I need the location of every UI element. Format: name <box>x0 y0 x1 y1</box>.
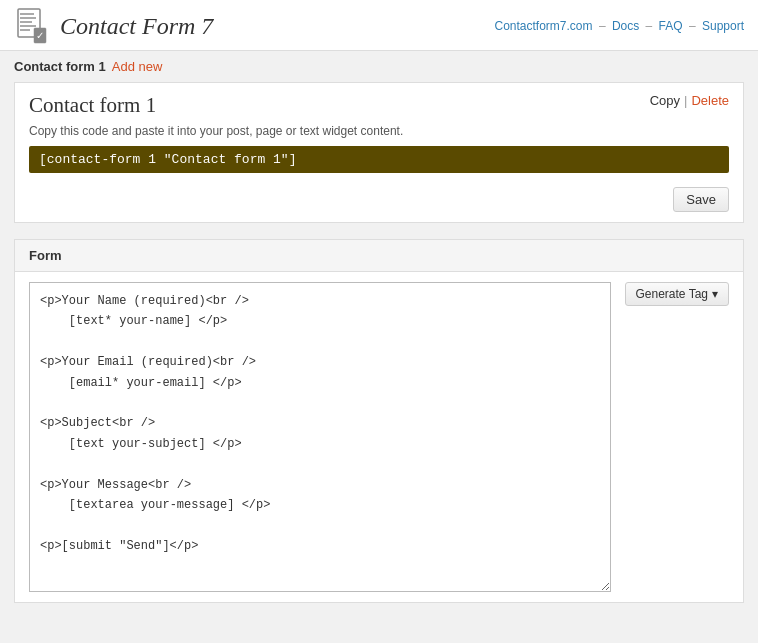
link-sep-2: – <box>646 19 656 33</box>
form-card-actions: Copy | Delete <box>650 93 729 108</box>
breadcrumb: Contact form 1 Add new <box>0 51 758 82</box>
shortcode-bar[interactable]: [contact-form 1 "Contact form 1"] <box>29 146 729 173</box>
form-title: Contact form 1 <box>29 93 156 118</box>
main-content: Contact form 1 Copy | Delete Copy this c… <box>0 82 758 623</box>
delete-link[interactable]: Delete <box>691 93 729 108</box>
header-left: ✓ Contact Form 7 <box>14 8 213 44</box>
action-separator: | <box>684 93 687 108</box>
faq-link[interactable]: FAQ <box>659 19 683 33</box>
docs-link[interactable]: Docs <box>612 19 639 33</box>
form-card-description: Copy this code and paste it into your po… <box>15 124 743 146</box>
breadcrumb-addnew[interactable]: Add new <box>112 59 163 74</box>
svg-rect-3 <box>20 21 32 23</box>
copy-link[interactable]: Copy <box>650 93 680 108</box>
form-card-header: Contact form 1 Copy | Delete <box>15 83 743 124</box>
svg-text:✓: ✓ <box>36 30 44 41</box>
header-links: Contactform7.com – Docs – FAQ – Support <box>494 19 744 33</box>
generate-tag-wrapper: Generate Tag ▾ <box>625 282 730 306</box>
form-section: Form Generate Tag ▾ <box>14 239 744 603</box>
form-section-label: Form <box>15 240 743 272</box>
dropdown-arrow-icon: ▾ <box>712 287 718 301</box>
svg-rect-1 <box>20 13 34 15</box>
form-card: Contact form 1 Copy | Delete Copy this c… <box>14 82 744 223</box>
svg-rect-2 <box>20 17 36 19</box>
form-textarea[interactable] <box>29 282 611 592</box>
header: ✓ Contact Form 7 Contactform7.com – Docs… <box>0 0 758 51</box>
generate-tag-button[interactable]: Generate Tag ▾ <box>625 282 730 306</box>
plugin-title: Contact Form 7 <box>60 13 213 40</box>
save-row: Save <box>15 181 743 222</box>
save-button[interactable]: Save <box>673 187 729 212</box>
svg-rect-5 <box>20 29 30 31</box>
generate-tag-label: Generate Tag <box>636 287 709 301</box>
link-sep-3: – <box>689 19 699 33</box>
form-section-body: Generate Tag ▾ <box>15 272 743 602</box>
breadcrumb-current: Contact form 1 <box>14 59 106 74</box>
svg-rect-4 <box>20 25 36 27</box>
contactform7-link[interactable]: Contactform7.com <box>494 19 592 33</box>
link-sep-1: – <box>599 19 609 33</box>
support-link[interactable]: Support <box>702 19 744 33</box>
plugin-icon: ✓ <box>14 8 50 44</box>
